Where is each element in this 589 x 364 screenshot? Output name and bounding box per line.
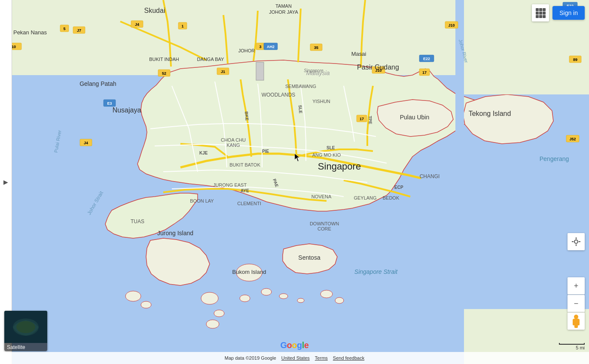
- satellite-thumbnail[interactable]: Satellite: [4, 311, 47, 351]
- svg-text:Jurong Island: Jurong Island: [157, 230, 193, 237]
- svg-text:SLE: SLE: [298, 105, 303, 114]
- svg-text:Pulau Ubin: Pulau Ubin: [400, 114, 430, 121]
- svg-text:GEYLANG: GEYLANG: [354, 195, 376, 200]
- svg-text:J52: J52: [569, 137, 576, 141]
- svg-text:17: 17: [422, 70, 427, 75]
- svg-text:E3: E3: [107, 101, 112, 106]
- street-view-button[interactable]: [568, 312, 585, 330]
- svg-point-16: [206, 320, 219, 328]
- svg-point-114: [574, 240, 578, 243]
- map-container[interactable]: J110 5 J7 J4 1 52 J1 3 AH2 35 E22 E: [0, 0, 589, 364]
- svg-text:NOVENA: NOVENA: [311, 194, 332, 199]
- svg-text:J4: J4: [84, 141, 88, 145]
- svg-text:J10: J10: [448, 23, 455, 27]
- svg-text:J4: J4: [135, 22, 139, 27]
- map-data-text: Map data ©2019 Google: [222, 355, 279, 361]
- satellite-label: Satellite: [4, 343, 47, 351]
- svg-text:JOHOR: JOHOR: [238, 48, 255, 53]
- zoom-out-button[interactable]: −: [568, 295, 585, 312]
- terms-link[interactable]: Terms: [312, 355, 330, 361]
- svg-text:TPE: TPE: [368, 116, 373, 124]
- svg-text:Bukom Island: Bukom Island: [232, 269, 266, 275]
- svg-text:Singapore: Singapore: [304, 68, 323, 73]
- pegman-icon: [571, 314, 581, 328]
- scale-bar: 5 mi: [559, 343, 585, 350]
- svg-point-11: [261, 288, 272, 295]
- svg-text:BOON LAY: BOON LAY: [190, 198, 214, 203]
- top-right-controls: Sign in: [532, 4, 585, 21]
- google-logo: Google: [281, 340, 309, 350]
- svg-text:CHANGI: CHANGI: [420, 173, 440, 179]
- svg-text:Masai: Masai: [351, 51, 366, 57]
- svg-point-14: [320, 290, 333, 298]
- grid-icon: [536, 8, 546, 18]
- svg-text:Singapore: Singapore: [318, 161, 361, 172]
- svg-text:JOHOR JAYA: JOHOR JAYA: [269, 9, 298, 15]
- satellite-image: [4, 311, 47, 343]
- svg-point-6: [141, 301, 151, 308]
- svg-text:KJE: KJE: [199, 151, 208, 155]
- panel-arrow-icon: ▶: [3, 179, 8, 185]
- svg-rect-23: [256, 62, 264, 80]
- svg-text:Sentosa: Sentosa: [298, 254, 320, 261]
- svg-point-15: [335, 297, 344, 303]
- svg-text:CORE: CORE: [317, 226, 331, 231]
- region-link[interactable]: United States: [279, 355, 312, 361]
- map-svg: J110 5 J7 J4 1 52 J1 3 AH2 35 E22 E: [0, 0, 589, 364]
- svg-text:TAMAN: TAMAN: [275, 3, 292, 9]
- svg-text:BKE: BKE: [244, 111, 250, 121]
- svg-text:SLE: SLE: [327, 146, 335, 150]
- svg-text:BUKIT INDAH: BUKIT INDAH: [149, 57, 179, 62]
- svg-text:BEDOK: BEDOK: [383, 195, 400, 200]
- location-button[interactable]: [568, 233, 585, 250]
- apps-button[interactable]: [532, 4, 549, 21]
- svg-text:AH2: AH2: [267, 45, 275, 49]
- svg-text:DANGA BAY: DANGA BAY: [197, 57, 224, 62]
- svg-text:Pengerang: Pengerang: [540, 155, 569, 162]
- scale-label: 5 mi: [576, 345, 585, 350]
- svg-text:AYE: AYE: [241, 188, 249, 193]
- svg-text:3: 3: [259, 45, 261, 49]
- svg-point-123: [16, 321, 35, 333]
- svg-text:89: 89: [573, 58, 577, 62]
- zoom-controls: + −: [568, 277, 585, 312]
- svg-text:J7: J7: [77, 28, 81, 33]
- svg-text:BUKIT BATOK: BUKIT BATOK: [229, 162, 260, 167]
- scale-line: [559, 343, 585, 345]
- panel-toggle[interactable]: ▶: [0, 0, 12, 364]
- svg-text:KANG: KANG: [226, 143, 240, 148]
- svg-text:J1: J1: [221, 70, 225, 74]
- svg-text:Tekong Island: Tekong Island: [469, 110, 511, 117]
- svg-text:YISHUN: YISHUN: [312, 99, 330, 104]
- svg-point-17: [240, 295, 250, 302]
- svg-point-119: [574, 315, 578, 319]
- bottom-bar: Map data ©2019 Google United States Term…: [0, 352, 589, 364]
- svg-point-12: [279, 294, 288, 299]
- svg-point-8: [214, 310, 224, 317]
- svg-text:TUAS: TUAS: [131, 218, 144, 224]
- svg-text:WOODLANDS: WOODLANDS: [262, 92, 296, 98]
- send-feedback-link[interactable]: Send feedback: [330, 355, 367, 361]
- svg-text:CHOA CHU: CHOA CHU: [221, 137, 246, 143]
- svg-text:SEMBAWANG: SEMBAWANG: [285, 84, 316, 89]
- svg-text:Gelang Patah: Gelang Patah: [79, 80, 116, 87]
- svg-point-5: [125, 291, 141, 301]
- svg-text:52: 52: [162, 71, 166, 76]
- sign-in-button[interactable]: Sign in: [552, 6, 585, 20]
- svg-text:1: 1: [181, 24, 183, 28]
- svg-text:Pekan Nanas: Pekan Nanas: [13, 29, 47, 36]
- location-icon: [571, 237, 581, 246]
- svg-text:Nusajaya: Nusajaya: [113, 106, 141, 114]
- svg-text:PIE: PIE: [262, 149, 269, 154]
- svg-text:DOWNTOWN: DOWNTOWN: [310, 221, 339, 226]
- svg-point-13: [297, 298, 304, 303]
- svg-text:CLEMENTI: CLEMENTI: [237, 201, 261, 206]
- svg-text:Skudai: Skudai: [144, 7, 165, 14]
- svg-text:Singapore Strait: Singapore Strait: [354, 268, 398, 275]
- svg-point-7: [201, 292, 218, 304]
- svg-text:E22: E22: [423, 57, 430, 61]
- svg-text:5: 5: [63, 27, 65, 31]
- zoom-in-button[interactable]: +: [568, 277, 585, 294]
- svg-text:JURONG EAST: JURONG EAST: [213, 182, 247, 188]
- svg-text:35: 35: [314, 46, 318, 50]
